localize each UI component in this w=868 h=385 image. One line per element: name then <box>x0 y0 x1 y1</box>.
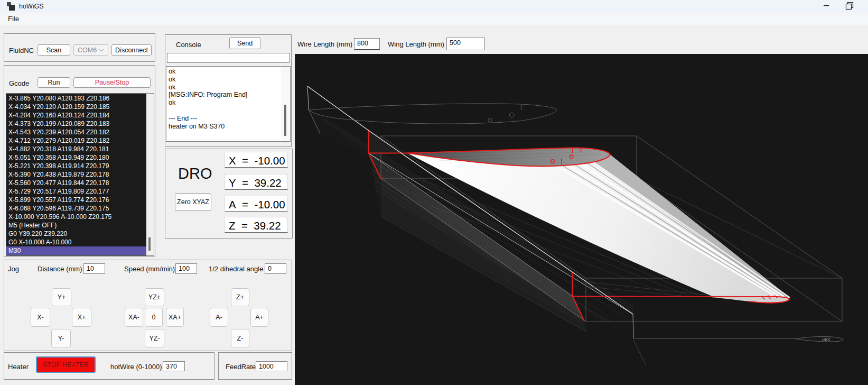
svg-text:utot: utot <box>822 337 830 342</box>
